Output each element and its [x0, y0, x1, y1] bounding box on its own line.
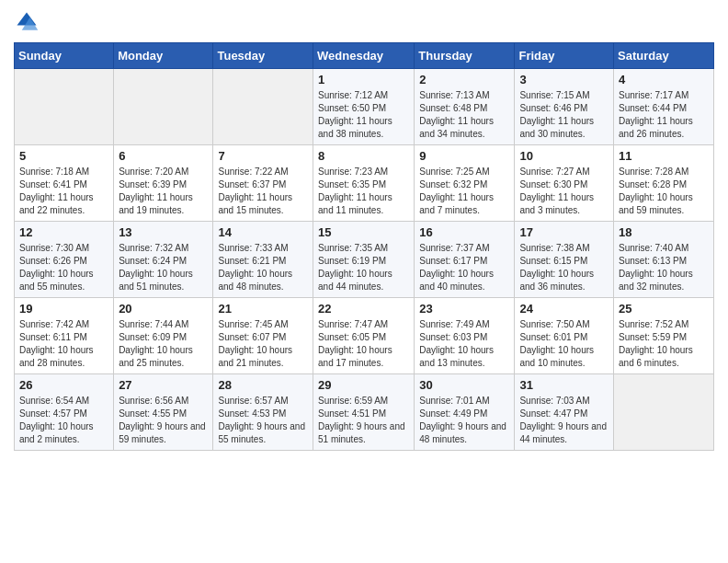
day-info: Sunrise: 7:33 AM Sunset: 6:21 PM Dayligh…	[218, 242, 308, 293]
day-number: 8	[318, 149, 409, 163]
day-number: 29	[318, 378, 409, 392]
day-cell	[15, 69, 114, 145]
day-info: Sunrise: 7:12 AM Sunset: 6:50 PM Dayligh…	[318, 89, 409, 141]
day-number: 19	[19, 302, 108, 316]
day-cell: 5Sunrise: 7:18 AM Sunset: 6:41 PM Daylig…	[15, 145, 114, 222]
day-cell: 11Sunrise: 7:28 AM Sunset: 6:28 PM Dayli…	[614, 145, 714, 222]
day-cell: 28Sunrise: 6:57 AM Sunset: 4:53 PM Dayli…	[213, 374, 313, 451]
day-number: 1	[318, 73, 409, 86]
calendar-header: SundayMondayTuesdayWednesdayThursdayFrid…	[15, 43, 714, 69]
day-cell	[614, 374, 714, 451]
day-info: Sunrise: 7:18 AM Sunset: 6:41 PM Dayligh…	[19, 166, 108, 217]
day-info: Sunrise: 7:27 AM Sunset: 6:30 PM Dayligh…	[519, 166, 609, 217]
week-row-4: 19Sunrise: 7:42 AM Sunset: 6:11 PM Dayli…	[15, 298, 714, 374]
day-cell: 22Sunrise: 7:47 AM Sunset: 6:05 PM Dayli…	[313, 298, 415, 374]
day-number: 15	[318, 225, 409, 239]
week-row-2: 5Sunrise: 7:18 AM Sunset: 6:41 PM Daylig…	[15, 145, 714, 222]
day-number: 28	[218, 378, 308, 392]
day-info: Sunrise: 7:22 AM Sunset: 6:37 PM Dayligh…	[218, 166, 308, 217]
day-cell: 25Sunrise: 7:52 AM Sunset: 5:59 PM Dayli…	[614, 298, 714, 374]
day-cell: 19Sunrise: 7:42 AM Sunset: 6:11 PM Dayli…	[15, 298, 114, 374]
day-headers-row: SundayMondayTuesdayWednesdayThursdayFrid…	[15, 43, 714, 69]
day-info: Sunrise: 7:23 AM Sunset: 6:35 PM Dayligh…	[318, 166, 409, 217]
week-row-5: 26Sunrise: 6:54 AM Sunset: 4:57 PM Dayli…	[15, 374, 714, 451]
day-number: 13	[119, 225, 208, 239]
day-info: Sunrise: 7:01 AM Sunset: 4:49 PM Dayligh…	[419, 395, 509, 446]
day-cell: 4Sunrise: 7:17 AM Sunset: 6:44 PM Daylig…	[614, 69, 714, 145]
day-info: Sunrise: 7:20 AM Sunset: 6:39 PM Dayligh…	[119, 166, 208, 217]
day-number: 25	[619, 302, 709, 316]
day-cell: 27Sunrise: 6:56 AM Sunset: 4:55 PM Dayli…	[114, 374, 213, 451]
day-cell: 31Sunrise: 7:03 AM Sunset: 4:47 PM Dayli…	[515, 374, 614, 451]
day-info: Sunrise: 7:32 AM Sunset: 6:24 PM Dayligh…	[119, 242, 208, 293]
week-row-3: 12Sunrise: 7:30 AM Sunset: 6:26 PM Dayli…	[15, 222, 714, 298]
day-number: 2	[419, 73, 509, 86]
day-info: Sunrise: 7:37 AM Sunset: 6:17 PM Dayligh…	[419, 242, 509, 293]
day-info: Sunrise: 7:17 AM Sunset: 6:44 PM Dayligh…	[619, 89, 709, 141]
day-cell: 23Sunrise: 7:49 AM Sunset: 6:03 PM Dayli…	[415, 298, 515, 374]
day-cell: 1Sunrise: 7:12 AM Sunset: 6:50 PM Daylig…	[313, 69, 415, 145]
day-header-saturday: Saturday	[614, 43, 714, 69]
day-number: 20	[119, 302, 208, 316]
logo-icon	[14, 9, 40, 35]
day-number: 22	[318, 302, 409, 316]
day-number: 16	[419, 225, 509, 239]
day-number: 11	[619, 149, 709, 163]
day-header-tuesday: Tuesday	[213, 43, 313, 69]
day-number: 6	[119, 149, 208, 163]
day-header-wednesday: Wednesday	[313, 43, 415, 69]
logo	[14, 9, 43, 35]
day-number: 12	[19, 225, 108, 239]
calendar-body: 1Sunrise: 7:12 AM Sunset: 6:50 PM Daylig…	[15, 69, 714, 451]
day-cell: 3Sunrise: 7:15 AM Sunset: 6:46 PM Daylig…	[515, 69, 614, 145]
day-info: Sunrise: 7:28 AM Sunset: 6:28 PM Dayligh…	[619, 166, 709, 217]
day-cell: 15Sunrise: 7:35 AM Sunset: 6:19 PM Dayli…	[313, 222, 415, 298]
day-number: 31	[519, 378, 609, 392]
page-header	[14, 9, 714, 35]
day-header-sunday: Sunday	[15, 43, 114, 69]
day-info: Sunrise: 6:57 AM Sunset: 4:53 PM Dayligh…	[218, 395, 308, 446]
day-cell: 24Sunrise: 7:50 AM Sunset: 6:01 PM Dayli…	[515, 298, 614, 374]
day-cell	[114, 69, 213, 145]
day-cell: 13Sunrise: 7:32 AM Sunset: 6:24 PM Dayli…	[114, 222, 213, 298]
day-info: Sunrise: 7:40 AM Sunset: 6:13 PM Dayligh…	[619, 242, 709, 293]
day-number: 3	[519, 73, 609, 86]
day-cell: 21Sunrise: 7:45 AM Sunset: 6:07 PM Dayli…	[213, 298, 313, 374]
day-cell: 17Sunrise: 7:38 AM Sunset: 6:15 PM Dayli…	[515, 222, 614, 298]
day-number: 18	[619, 225, 709, 239]
day-info: Sunrise: 7:52 AM Sunset: 5:59 PM Dayligh…	[619, 318, 709, 370]
day-cell: 6Sunrise: 7:20 AM Sunset: 6:39 PM Daylig…	[114, 145, 213, 222]
day-cell	[213, 69, 313, 145]
day-info: Sunrise: 7:47 AM Sunset: 6:05 PM Dayligh…	[318, 318, 409, 370]
day-info: Sunrise: 7:03 AM Sunset: 4:47 PM Dayligh…	[519, 395, 609, 446]
day-info: Sunrise: 7:30 AM Sunset: 6:26 PM Dayligh…	[19, 242, 108, 293]
day-number: 21	[218, 302, 308, 316]
day-cell: 2Sunrise: 7:13 AM Sunset: 6:48 PM Daylig…	[415, 69, 515, 145]
day-info: Sunrise: 6:56 AM Sunset: 4:55 PM Dayligh…	[119, 395, 208, 446]
day-header-thursday: Thursday	[415, 43, 515, 69]
day-info: Sunrise: 7:38 AM Sunset: 6:15 PM Dayligh…	[519, 242, 609, 293]
day-number: 30	[419, 378, 509, 392]
week-row-1: 1Sunrise: 7:12 AM Sunset: 6:50 PM Daylig…	[15, 69, 714, 145]
day-number: 17	[519, 225, 609, 239]
calendar: SundayMondayTuesdayWednesdayThursdayFrid…	[14, 42, 714, 451]
day-cell: 30Sunrise: 7:01 AM Sunset: 4:49 PM Dayli…	[415, 374, 515, 451]
day-cell: 8Sunrise: 7:23 AM Sunset: 6:35 PM Daylig…	[313, 145, 415, 222]
day-header-friday: Friday	[515, 43, 614, 69]
day-number: 10	[519, 149, 609, 163]
day-info: Sunrise: 7:42 AM Sunset: 6:11 PM Dayligh…	[19, 318, 108, 370]
day-number: 5	[19, 149, 108, 163]
day-cell: 12Sunrise: 7:30 AM Sunset: 6:26 PM Dayli…	[15, 222, 114, 298]
day-number: 9	[419, 149, 509, 163]
day-number: 14	[218, 225, 308, 239]
day-cell: 20Sunrise: 7:44 AM Sunset: 6:09 PM Dayli…	[114, 298, 213, 374]
day-cell: 16Sunrise: 7:37 AM Sunset: 6:17 PM Dayli…	[415, 222, 515, 298]
day-cell: 9Sunrise: 7:25 AM Sunset: 6:32 PM Daylig…	[415, 145, 515, 222]
day-cell: 26Sunrise: 6:54 AM Sunset: 4:57 PM Dayli…	[15, 374, 114, 451]
day-info: Sunrise: 6:59 AM Sunset: 4:51 PM Dayligh…	[318, 395, 409, 446]
day-number: 7	[218, 149, 308, 163]
day-number: 27	[119, 378, 208, 392]
day-number: 26	[19, 378, 108, 392]
day-cell: 29Sunrise: 6:59 AM Sunset: 4:51 PM Dayli…	[313, 374, 415, 451]
day-info: Sunrise: 7:35 AM Sunset: 6:19 PM Dayligh…	[318, 242, 409, 293]
